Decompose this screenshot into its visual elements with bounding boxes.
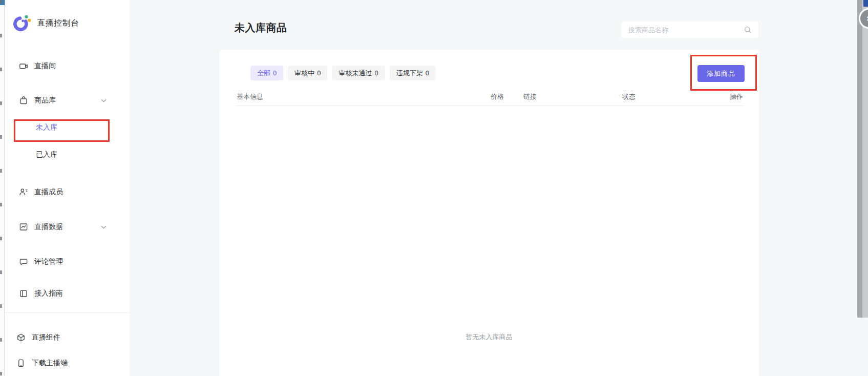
search-icon[interactable] [744, 26, 752, 34]
screen: 直播控制台 直播间 商品库 [0, 0, 868, 376]
chevron-down-icon [101, 99, 107, 102]
app-title: 直播控制台 [37, 18, 79, 29]
guide-icon [19, 289, 28, 298]
filter-tab-count: 0 [273, 69, 277, 77]
camera-icon [19, 61, 28, 71]
sidebar-item-product-library[interactable]: 商品库 [5, 90, 130, 111]
table-header-divider [236, 106, 744, 106]
column-header-basic-info: 基本信息 [237, 92, 263, 101]
sidebar-item-label: 未入库 [36, 123, 57, 132]
cube-icon [16, 333, 26, 342]
filter-tabs: 全部 0 审核中 0 审核未通过 0 违规下架 0 [250, 66, 436, 80]
sidebar-item-label: 接入指南 [34, 289, 63, 298]
search-input[interactable] [621, 26, 744, 34]
logo-row: 直播控制台 [12, 13, 79, 33]
sidebar-item-label: 已入库 [36, 150, 57, 159]
sidebar-item-label: 直播成员 [34, 187, 63, 197]
member-icon [19, 187, 28, 197]
sidebar-divider [5, 312, 130, 313]
phone-icon [16, 359, 26, 368]
comment-icon [19, 257, 28, 266]
search-box [621, 22, 758, 38]
sidebar-item-integration-guide[interactable]: 接入指南 [5, 283, 130, 304]
chevron-down-icon [101, 225, 107, 229]
background-text-fragments [0, 0, 2, 376]
filter-tab-label: 审核中 [294, 69, 314, 78]
filter-tab-label: 违规下架 [396, 69, 423, 78]
filter-tab-count: 0 [374, 69, 378, 77]
column-header-status: 状态 [622, 92, 636, 101]
sidebar: 直播控制台 直播间 商品库 [5, 0, 130, 376]
page-title: 未入库商品 [235, 21, 287, 35]
filter-tab-count: 0 [317, 69, 321, 77]
background-window-edge-right [862, 0, 868, 318]
sidebar-item-not-in-stock[interactable]: 未入库 [5, 117, 130, 138]
sidebar-item-label: 评论管理 [34, 257, 63, 266]
content-card: 全部 0 审核中 0 审核未通过 0 违规下架 0 添加商品 基本信息 价格 链… [219, 50, 759, 376]
sidebar-item-label: 下载主播端 [32, 359, 68, 368]
filter-tab-review-failed[interactable]: 审核未通过 0 [332, 66, 385, 80]
table-header-row: 基本信息 价格 链接 状态 操作 [219, 92, 759, 102]
chart-icon [19, 222, 28, 232]
sidebar-item-label: 直播组件 [32, 333, 60, 342]
sidebar-item-in-stock[interactable]: 已入库 [5, 144, 130, 165]
column-header-link: 链接 [523, 92, 537, 101]
sidebar-item-live-components[interactable]: 直播组件 [5, 327, 130, 348]
add-product-button[interactable]: 添加商品 [697, 65, 745, 82]
sidebar-item-live-members[interactable]: 直播成员 [5, 182, 130, 202]
empty-state-text: 暂无未入库商品 [219, 332, 759, 342]
app-logo-icon [12, 13, 32, 33]
background-window-edge [0, 0, 5, 376]
filter-tab-count: 0 [426, 69, 429, 77]
sidebar-item-download-host-app[interactable]: 下载主播端 [5, 353, 130, 373]
filter-tab-label: 审核未通过 [338, 69, 372, 78]
filter-tab-removed-violation[interactable]: 违规下架 0 [390, 66, 436, 80]
bag-icon [19, 96, 28, 105]
column-header-price: 价格 [491, 92, 504, 101]
column-header-actions: 操作 [730, 92, 743, 101]
background-fragment [863, 0, 868, 7]
filter-tab-label: 全部 [257, 69, 270, 78]
sidebar-item-label: 直播间 [34, 61, 56, 71]
filter-tab-in-review[interactable]: 审核中 0 [288, 66, 327, 80]
sidebar-item-label: 直播数据 [34, 222, 63, 232]
sidebar-item-label: 商品库 [34, 96, 56, 105]
sidebar-item-liveroom[interactable]: 直播间 [5, 56, 130, 76]
filter-tab-all[interactable]: 全部 0 [250, 66, 283, 80]
background-scrollbar[interactable] [857, 0, 862, 318]
sidebar-item-comment-management[interactable]: 评论管理 [5, 252, 130, 272]
sidebar-item-live-data[interactable]: 直播数据 [5, 217, 130, 237]
